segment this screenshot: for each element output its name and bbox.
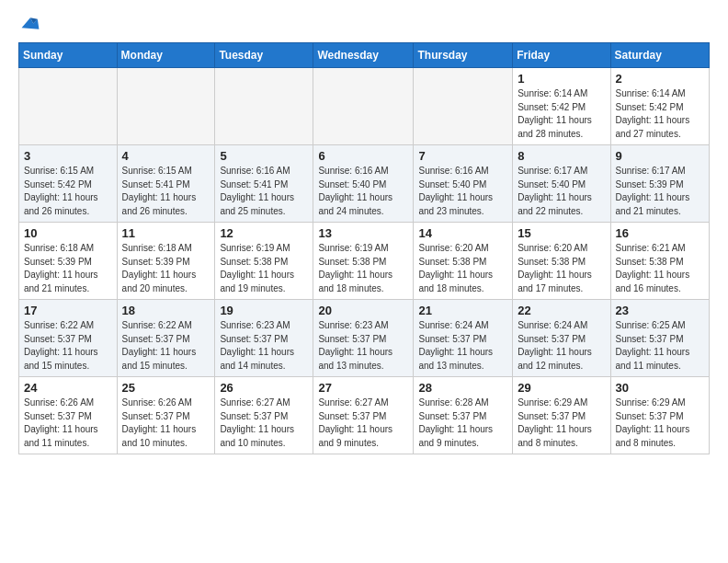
day-number: 20 [318,304,408,317]
calendar-cell: 2Sunrise: 6:14 AMSunset: 5:42 PMDaylight… [610,68,709,145]
day-number: 30 [616,381,704,395]
calendar-cell: 15Sunrise: 6:20 AMSunset: 5:38 PMDayligh… [513,223,610,300]
day-info: Sunrise: 6:29 AMSunset: 5:37 PMDaylight:… [616,396,704,450]
day-number: 28 [418,381,507,395]
weekday-header-thursday: Thursday [414,43,513,68]
calendar-cell: 20Sunrise: 6:23 AMSunset: 5:37 PMDayligh… [313,300,414,377]
day-info: Sunrise: 6:26 AMSunset: 5:37 PMDaylight:… [122,396,210,450]
logo-bird-icon [20,15,40,35]
day-number: 24 [24,381,112,395]
day-info: Sunrise: 6:16 AMSunset: 5:41 PMDaylight:… [220,165,308,218]
weekday-header-wednesday: Wednesday [313,43,414,68]
day-info: Sunrise: 6:22 AMSunset: 5:37 PMDaylight:… [122,319,210,373]
day-number: 23 [616,304,704,317]
day-number: 18 [122,304,210,317]
calendar-cell [313,68,414,145]
calendar-cell: 23Sunrise: 6:25 AMSunset: 5:37 PMDayligh… [610,300,709,377]
day-info: Sunrise: 6:25 AMSunset: 5:37 PMDaylight:… [616,319,704,373]
calendar-cell: 10Sunrise: 6:18 AMSunset: 5:39 PMDayligh… [19,223,118,300]
calendar-cell: 14Sunrise: 6:20 AMSunset: 5:38 PMDayligh… [414,223,513,300]
day-number: 26 [220,381,308,395]
day-number: 22 [518,304,605,317]
calendar-cell [215,68,313,145]
day-number: 29 [518,381,605,395]
day-number: 16 [616,226,704,240]
calendar-cell: 7Sunrise: 6:16 AMSunset: 5:40 PMDaylight… [414,145,513,223]
day-info: Sunrise: 6:22 AMSunset: 5:37 PMDaylight:… [24,319,112,373]
calendar-cell: 28Sunrise: 6:28 AMSunset: 5:37 PMDayligh… [414,377,513,454]
calendar-cell: 16Sunrise: 6:21 AMSunset: 5:38 PMDayligh… [610,223,709,300]
day-info: Sunrise: 6:16 AMSunset: 5:40 PMDaylight:… [418,165,507,218]
day-info: Sunrise: 6:19 AMSunset: 5:38 PMDaylight:… [318,242,408,295]
day-info: Sunrise: 6:17 AMSunset: 5:39 PMDaylight:… [616,165,704,218]
calendar-cell: 13Sunrise: 6:19 AMSunset: 5:38 PMDayligh… [313,223,414,300]
calendar-cell: 9Sunrise: 6:17 AMSunset: 5:39 PMDaylight… [610,145,709,223]
calendar-cell: 27Sunrise: 6:27 AMSunset: 5:37 PMDayligh… [313,377,414,454]
day-info: Sunrise: 6:16 AMSunset: 5:40 PMDaylight:… [318,165,408,218]
day-info: Sunrise: 6:18 AMSunset: 5:39 PMDaylight:… [24,242,112,295]
weekday-header-sunday: Sunday [19,43,118,68]
weekday-header-saturday: Saturday [610,43,709,68]
calendar-cell [117,68,215,145]
day-info: Sunrise: 6:20 AMSunset: 5:38 PMDaylight:… [518,242,605,295]
day-info: Sunrise: 6:28 AMSunset: 5:37 PMDaylight:… [418,396,507,450]
day-number: 17 [24,304,112,317]
calendar-cell: 25Sunrise: 6:26 AMSunset: 5:37 PMDayligh… [117,377,215,454]
day-number: 4 [122,149,210,163]
weekday-header-monday: Monday [117,43,215,68]
day-number: 15 [518,226,605,240]
day-number: 7 [418,149,507,163]
day-number: 2 [616,72,704,86]
calendar-cell: 11Sunrise: 6:18 AMSunset: 5:39 PMDayligh… [117,223,215,300]
calendar-week-5: 24Sunrise: 6:26 AMSunset: 5:37 PMDayligh… [19,377,710,454]
weekday-header-tuesday: Tuesday [215,43,313,68]
calendar-cell: 29Sunrise: 6:29 AMSunset: 5:37 PMDayligh… [513,377,610,454]
calendar-week-1: 1Sunrise: 6:14 AMSunset: 5:42 PMDaylight… [19,68,710,145]
calendar-cell: 6Sunrise: 6:16 AMSunset: 5:40 PMDaylight… [313,145,414,223]
day-info: Sunrise: 6:23 AMSunset: 5:37 PMDaylight:… [318,319,408,373]
day-info: Sunrise: 6:23 AMSunset: 5:37 PMDaylight:… [220,319,308,373]
day-info: Sunrise: 6:24 AMSunset: 5:37 PMDaylight:… [418,319,507,373]
day-number: 25 [122,381,210,395]
day-info: Sunrise: 6:24 AMSunset: 5:37 PMDaylight:… [518,319,605,373]
page: SundayMondayTuesdayWednesdayThursdayFrid… [0,0,728,469]
calendar-header-row: SundayMondayTuesdayWednesdayThursdayFrid… [19,43,710,68]
day-info: Sunrise: 6:20 AMSunset: 5:38 PMDaylight:… [418,242,507,295]
logo [18,18,40,35]
calendar: SundayMondayTuesdayWednesdayThursdayFrid… [18,42,710,454]
day-number: 11 [122,226,210,240]
calendar-cell: 8Sunrise: 6:17 AMSunset: 5:40 PMDaylight… [513,145,610,223]
day-info: Sunrise: 6:14 AMSunset: 5:42 PMDaylight:… [518,87,605,141]
day-number: 9 [616,149,704,163]
calendar-cell: 1Sunrise: 6:14 AMSunset: 5:42 PMDaylight… [513,68,610,145]
calendar-cell: 17Sunrise: 6:22 AMSunset: 5:37 PMDayligh… [19,300,118,377]
day-number: 21 [418,304,507,317]
day-info: Sunrise: 6:27 AMSunset: 5:37 PMDaylight:… [318,396,408,450]
day-number: 1 [518,72,605,86]
day-number: 19 [220,304,308,317]
day-info: Sunrise: 6:15 AMSunset: 5:42 PMDaylight:… [24,165,112,218]
calendar-week-2: 3Sunrise: 6:15 AMSunset: 5:42 PMDaylight… [19,145,710,223]
day-number: 3 [24,149,112,163]
calendar-cell: 3Sunrise: 6:15 AMSunset: 5:42 PMDaylight… [19,145,118,223]
day-info: Sunrise: 6:29 AMSunset: 5:37 PMDaylight:… [518,396,605,450]
calendar-cell: 12Sunrise: 6:19 AMSunset: 5:38 PMDayligh… [215,223,313,300]
calendar-cell [19,68,118,145]
day-info: Sunrise: 6:18 AMSunset: 5:39 PMDaylight:… [122,242,210,295]
day-info: Sunrise: 6:26 AMSunset: 5:37 PMDaylight:… [24,396,112,450]
day-number: 27 [318,381,408,395]
day-number: 12 [220,226,308,240]
calendar-cell: 26Sunrise: 6:27 AMSunset: 5:37 PMDayligh… [215,377,313,454]
calendar-cell: 24Sunrise: 6:26 AMSunset: 5:37 PMDayligh… [19,377,118,454]
day-info: Sunrise: 6:21 AMSunset: 5:38 PMDaylight:… [616,242,704,295]
calendar-cell: 4Sunrise: 6:15 AMSunset: 5:41 PMDaylight… [117,145,215,223]
calendar-week-3: 10Sunrise: 6:18 AMSunset: 5:39 PMDayligh… [19,223,710,300]
day-number: 6 [318,149,408,163]
day-info: Sunrise: 6:15 AMSunset: 5:41 PMDaylight:… [122,165,210,218]
calendar-cell: 18Sunrise: 6:22 AMSunset: 5:37 PMDayligh… [117,300,215,377]
day-info: Sunrise: 6:19 AMSunset: 5:38 PMDaylight:… [220,242,308,295]
day-number: 14 [418,226,507,240]
day-info: Sunrise: 6:17 AMSunset: 5:40 PMDaylight:… [518,165,605,218]
header [18,15,710,35]
day-number: 8 [518,149,605,163]
